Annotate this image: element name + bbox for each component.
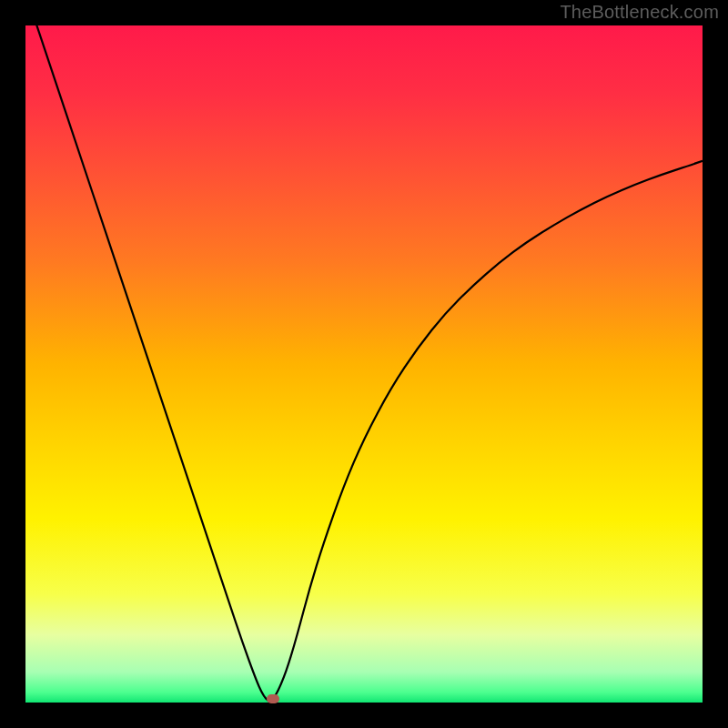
optimal-point-marker bbox=[267, 694, 279, 703]
plot-area bbox=[25, 25, 703, 703]
bottleneck-chart bbox=[25, 25, 703, 703]
attribution-text: TheBottleneck.com bbox=[560, 2, 719, 23]
chart-frame: TheBottleneck.com bbox=[0, 0, 728, 728]
gradient-background bbox=[25, 25, 703, 703]
